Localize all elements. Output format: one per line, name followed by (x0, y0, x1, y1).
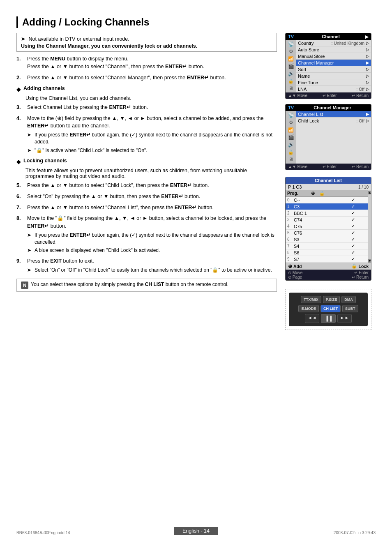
step-4: 4. Move to the (⊕) field by pressing the… (16, 115, 277, 154)
step-3-content: Select Channel List by pressing the ENTE… (27, 104, 277, 111)
remote-row-2: E.MODE CH LIST SUBT (292, 305, 364, 312)
step-2: 2. Press the ▲ or ▼ button to select "Ch… (16, 74, 277, 82)
finetune-label: Fine Tune (298, 80, 364, 85)
cl-lock-col-header: 🔒 (318, 191, 326, 196)
tv-menu-2-header: TV Channel Manager (286, 104, 371, 111)
cl-footer: ⊙ Move ↵ Enter ⊙ Page ↩ Return (286, 270, 371, 280)
cl-add-col-header: ⊕ (308, 191, 318, 196)
tv-menu-channelmanager: TV Channel Manager 📡 ⚙ 📶 🎬 🔊 🔒 🖥 (285, 104, 371, 170)
step-3-num: 3. (16, 104, 25, 111)
scroll-down-arrow: ▼ (368, 259, 371, 263)
cl-row-3-num: 3 (287, 217, 294, 222)
page-wrapper: Adding / Locking Channels ➤ Not availabl… (0, 0, 392, 540)
steps-list: 1. Press the MENU button to display the … (16, 55, 277, 81)
right-column: TV Channel ▶ 📡 ⚙ 📶 🎬 🔊 🔒 (285, 33, 376, 330)
cl-row-4-num: 4 (287, 224, 294, 228)
tv-menu-channel-header: TV Channel ▶ (286, 33, 371, 40)
tv-icon-signal-2: 📶 (287, 127, 295, 133)
cl-row-8-check: ✓ (348, 250, 358, 255)
cl-row-2: 2 BBC 1 ✓ (286, 210, 368, 217)
sub-note-text-3: If you press the ENTER↵ button again, th… (35, 232, 277, 246)
step-8-num: 8. (16, 215, 25, 222)
sort-arrow: ▷ (366, 67, 369, 72)
add-label: Add (293, 264, 302, 269)
cl-scrollbar: ▲ ▼ (368, 190, 371, 263)
steps-5-9: 5. Press the ▲ or ▼ button to select "Ch… (16, 182, 277, 274)
tv-icon-lock1: 🔒 (287, 78, 295, 84)
scroll-up-arrow: ▲ (368, 191, 371, 194)
step-8: 8. Move to the "🔒" field by pressing the… (16, 215, 277, 254)
locking-channels-header: ◆ Locking channels (16, 158, 277, 166)
locking-channels-title: Locking channels (23, 158, 67, 164)
cl-row-5-check: ✓ (348, 230, 358, 235)
cl-row-9-num: 9 (287, 257, 294, 261)
cl-body: Prog. ⊕ 🔒 0 C-- ✓ (286, 190, 371, 263)
step-2-num: 2. (16, 74, 25, 82)
adding-channels-header: ◆ Adding channels (16, 85, 277, 94)
footer-enter-1: ↵ Enter (323, 93, 337, 98)
sub-note-arrow-4: ➤ (27, 247, 33, 254)
cl-row-1-name: C3 (294, 204, 348, 209)
step-5-num: 5. (16, 182, 25, 189)
note-bold-line: Using the Channel Manager, you can conve… (21, 43, 272, 49)
tv-icon-lock2: 🔒 (287, 149, 295, 155)
cl-footer-page: ⊙ Page (288, 275, 302, 279)
info-note-text: You can select these options by simply p… (31, 282, 228, 287)
lna-label: LNA (298, 87, 356, 92)
remote-btn-dma: DMA (341, 296, 356, 303)
step-8-content: Move to the "🔒" field by pressing the ▲,… (27, 215, 277, 254)
add-icon: ⊕ (288, 263, 292, 269)
remote-btn-rewind: ◄◄ (305, 314, 320, 323)
note-text: Not available in DTV or external input m… (28, 36, 129, 42)
cl-row-1-check: ✓ (348, 204, 358, 209)
menu-row-channelmanager: Channel Manager ▶ (296, 60, 371, 66)
cl-row-3-name: C74 (294, 217, 348, 222)
cl-footer-return: ↩ Return (352, 275, 369, 279)
channel-label-1: Channel (296, 34, 365, 39)
footer-return-2: ↩ Return (352, 164, 369, 169)
tv-menu-1-body: 📡 ⚙ 📶 🎬 🔊 🔒 🖥 Country : (286, 40, 371, 92)
cl-row-1: 1 C3 ✓ (286, 203, 368, 210)
menu-row-channellist: Channel List ▶ (296, 111, 371, 118)
channellist-label: Channel List (298, 112, 364, 117)
step-4-content: Move to the (⊕) field by pressing the ▲,… (27, 115, 277, 154)
country-arrow: ▷ (366, 41, 369, 45)
remote-diagram: TTX/MIX P.SIZE DMA E.MODE CH LIST SUBT ◄… (285, 289, 371, 330)
menu-row-finetune: Fine Tune ▷ (296, 79, 371, 86)
cl-row-7: 7 S4 ✓ (286, 243, 368, 249)
autostore-arrow: ▷ (366, 47, 369, 52)
footer-language-box: English - 14 (174, 527, 218, 535)
cl-lock-btn: 🔒 Lock (351, 263, 369, 269)
sub-note-arrow-3: ➤ (27, 232, 33, 246)
cl-row-8-num: 8 (287, 250, 294, 255)
main-layout: ➤ Not available in DTV or external input… (16, 33, 376, 330)
lock-label: Lock (358, 264, 369, 269)
cl-sub-label: P 1 C3 (288, 185, 302, 189)
sub-note-arrow-5: ➤ (27, 267, 33, 274)
cl-row-6-num: 6 (287, 237, 294, 242)
menu-row-sort: Sort ▷ (296, 66, 371, 73)
name-label: Name (298, 74, 364, 78)
tv-icon-signal: 📶 (287, 55, 295, 62)
tv-icon-gear2: ⚙ (287, 119, 295, 126)
tv-label-2: TV (288, 105, 294, 110)
cl-row-7-num: 7 (287, 244, 294, 248)
cl-header: Channel List (286, 177, 371, 184)
info-note: N You can select these options by simply… (16, 279, 277, 292)
step-5-content: Press the ▲ or ▼ button to select "Child… (27, 182, 277, 189)
autostore-label: Auto Store (298, 47, 364, 52)
menu-row-manualstore: Manual Store ▷ (296, 53, 371, 60)
cl-row-1-num: 1 (287, 204, 294, 209)
finetune-arrow: ▷ (366, 80, 369, 85)
tv-menu-1-footer: ▲▼ Move ↵ Enter ↩ Return (286, 92, 371, 99)
sub-note-text-2: "🔒" is active when "Child Lock" is selec… (35, 147, 148, 154)
cl-row-5: 5 C76 ✓ (286, 230, 368, 236)
sub-note-text-5: Select "On" or "Off" in "Child Lock" to … (35, 267, 272, 274)
tv-menu-2-items: Channel List ▶ Child Lock : Off ▷ (296, 111, 371, 164)
remote-row-1: TTX/MIX P.SIZE DMA (292, 296, 364, 303)
step-7: 7. Press the ▲ or ▼ button to select "Ch… (16, 204, 277, 212)
channel-manager-label: Channel Manager (296, 105, 369, 110)
cl-row-2-name: BBC 1 (294, 211, 348, 216)
cl-row-9-name: S7 (294, 257, 348, 262)
childlock-arrow: ▷ (366, 118, 369, 123)
